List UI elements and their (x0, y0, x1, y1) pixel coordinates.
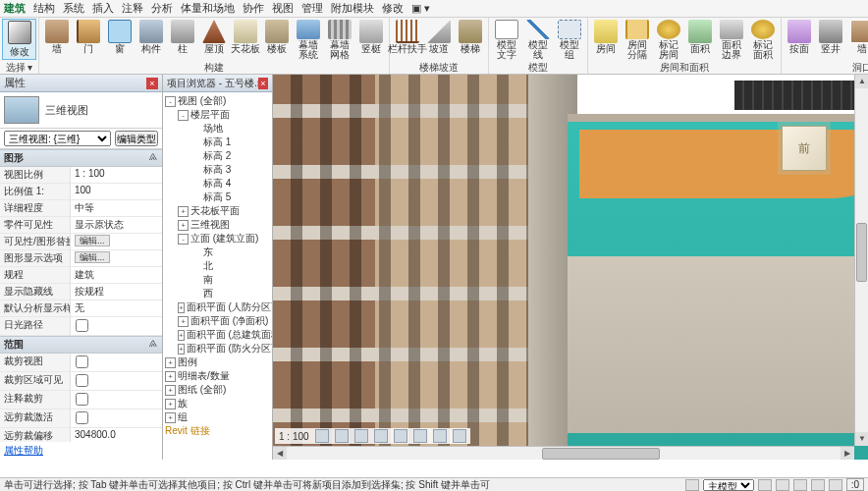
ribbon-模型线-button[interactable]: 模型线 (522, 19, 554, 60)
prop-group-header[interactable]: 范围⩓ (0, 336, 162, 354)
filter-count[interactable]: :0 (846, 478, 864, 491)
prop-edit-button[interactable]: 编辑... (75, 235, 110, 246)
prop-value[interactable] (71, 409, 162, 427)
tree-node[interactable]: +面积平面 (人防分区面积) (163, 300, 272, 314)
prop-value[interactable]: 按规程 (71, 284, 162, 300)
ribbon-墙-button[interactable]: 墙 (846, 19, 868, 60)
tree-node[interactable]: -楼层平面 (163, 108, 272, 122)
ribbon-面积-button[interactable]: 面积 (684, 19, 716, 60)
prop-value[interactable]: 显示原状态 (71, 217, 162, 233)
viewcube[interactable]: 前 (782, 126, 827, 171)
tree-node[interactable]: +图纸 (全部) (163, 383, 272, 397)
prop-row[interactable]: 显示隐藏线按规程 (0, 284, 162, 300)
ribbon-模型文字-button[interactable]: 模型文字 (491, 19, 522, 60)
ribbon-窗-button[interactable]: 窗 (104, 19, 136, 60)
menu-item[interactable]: 协作 (243, 1, 264, 16)
prop-checkbox[interactable] (76, 374, 88, 387)
expand-icon[interactable]: + (178, 206, 189, 217)
select-underlay-icon[interactable] (776, 479, 789, 491)
select-face-icon[interactable] (811, 479, 825, 491)
scroll-right-icon[interactable]: ▶ (841, 447, 854, 461)
tree-leaf[interactable]: 西 (163, 287, 272, 300)
menu-item[interactable]: 插入 (92, 1, 114, 16)
tree-leaf[interactable]: 北 (163, 259, 272, 273)
ribbon-柱-button[interactable]: 柱 (167, 19, 198, 60)
ribbon-楼板-button[interactable]: 楼板 (261, 19, 293, 60)
ribbon-幕墙网格-button[interactable]: 幕墙网格 (324, 19, 355, 60)
ribbon-墙-button[interactable]: 墙 (41, 19, 73, 60)
visual-style-icon[interactable] (335, 429, 349, 443)
tree-leaf[interactable]: 标高 2 (163, 149, 272, 163)
project-tree[interactable]: -视图 (全部)-楼层平面场地标高 1标高 2标高 3标高 4标高 5+天花板平… (163, 92, 272, 460)
tree-node[interactable]: +图例 (163, 355, 272, 369)
tree-node[interactable]: +族 (163, 397, 272, 410)
ribbon-竖井-button[interactable]: 竖井 (815, 19, 846, 60)
prop-value[interactable] (71, 372, 162, 390)
edit-type-button[interactable]: 编辑类型 (115, 131, 158, 146)
tree-leaf[interactable]: 场地 (163, 122, 272, 136)
prop-value[interactable]: 编辑... (71, 250, 162, 266)
prop-edit-button[interactable]: 编辑... (75, 251, 110, 263)
shadows-icon[interactable] (374, 429, 388, 443)
menu-item[interactable]: 管理 (301, 1, 323, 16)
prop-row[interactable]: 默认分析显示样式无 (0, 300, 162, 317)
expand-icon[interactable]: + (165, 399, 176, 409)
prop-row[interactable]: 注释裁剪 (0, 391, 162, 409)
ribbon-按面-button[interactable]: 按面 (784, 19, 815, 60)
building-model[interactable] (273, 75, 577, 460)
menu-item[interactable]: 分析 (151, 1, 173, 16)
close-icon[interactable]: × (146, 78, 158, 89)
panel-label[interactable]: 房间和面积 (588, 61, 781, 74)
menu-overflow[interactable]: ▣ ▾ (411, 2, 430, 15)
render-icon[interactable] (394, 429, 407, 443)
ribbon-栏杆扶手-button[interactable]: 栏杆扶手 (392, 19, 423, 60)
prop-row[interactable]: 裁剪区域可见 (0, 372, 162, 391)
type-preview[interactable]: 三维视图 (0, 92, 162, 129)
prop-checkbox[interactable] (76, 411, 88, 424)
tree-node[interactable]: +面积平面 (总建筑面积) (163, 328, 272, 342)
tree-leaf[interactable]: 标高 4 (163, 177, 272, 191)
menu-item[interactable]: 修改 (382, 1, 404, 16)
prop-row[interactable]: 裁剪视图 (0, 354, 162, 372)
scrollbar-vertical[interactable]: ▲ ▼ (854, 75, 868, 446)
expand-icon[interactable]: + (178, 344, 185, 355)
tree-node[interactable]: +组 (163, 410, 272, 424)
prop-group-header[interactable]: 图形⩓ (0, 149, 162, 167)
tree-node[interactable]: -视图 (全部) (163, 94, 272, 108)
tree-node[interactable]: +明细表/数量 (163, 369, 272, 383)
tree-node[interactable]: -立面 (建筑立面) (163, 232, 272, 246)
menu-item[interactable]: 结构 (33, 1, 55, 16)
tree-leaf[interactable]: 标高 1 (163, 136, 272, 149)
ribbon-模型组-button[interactable]: 模型组 (554, 19, 585, 60)
prop-value[interactable]: 编辑... (71, 234, 162, 249)
ribbon-楼梯-button[interactable]: 楼梯 (455, 19, 486, 60)
menu-item[interactable]: 体量和场地 (181, 1, 235, 16)
drag-elements-icon[interactable] (829, 479, 842, 491)
ribbon-坡道-button[interactable]: 坡道 (423, 19, 455, 60)
prop-value[interactable]: 中等 (71, 200, 162, 216)
properties-title-bar[interactable]: 属性 × (0, 75, 162, 92)
prop-value[interactable]: 无 (71, 300, 162, 316)
ribbon-幕墙系统-button[interactable]: 幕墙系统 (293, 19, 324, 60)
expand-icon[interactable]: + (178, 330, 185, 341)
prop-row[interactable]: 零件可见性显示原状态 (0, 217, 162, 234)
tree-leaf[interactable]: 南 (163, 273, 272, 287)
ribbon-门-button[interactable]: 门 (73, 19, 104, 60)
modify-button[interactable]: 修改 (2, 19, 36, 60)
panel-label[interactable]: 楼梯坡道 (390, 61, 488, 74)
select-links-icon[interactable] (758, 479, 772, 491)
prop-row[interactable]: 日光路径 (0, 317, 162, 336)
scrollbar-horizontal[interactable]: ◀ ▶ (273, 446, 854, 460)
tree-leaf[interactable]: 标高 5 (163, 191, 272, 204)
menu-item[interactable]: 视图 (272, 1, 294, 16)
scroll-down-icon[interactable]: ▼ (855, 432, 868, 446)
properties-grid[interactable]: 图形⩓视图比例1 : 100比例值 1:100详细程度中等零件可见性显示原状态可… (0, 149, 162, 442)
tree-node[interactable]: +天花板平面 (163, 204, 272, 218)
tree-leaf[interactable]: 东 (163, 246, 272, 259)
scale-display[interactable]: 1 : 100 (279, 431, 309, 442)
ribbon-房间-button[interactable]: 房间 (590, 19, 622, 60)
prop-value[interactable]: 建筑 (71, 267, 162, 283)
expand-icon[interactable]: + (165, 412, 176, 423)
crop-icon[interactable] (413, 429, 427, 443)
ribbon-面积边界-button[interactable]: 面积边界 (716, 19, 747, 60)
